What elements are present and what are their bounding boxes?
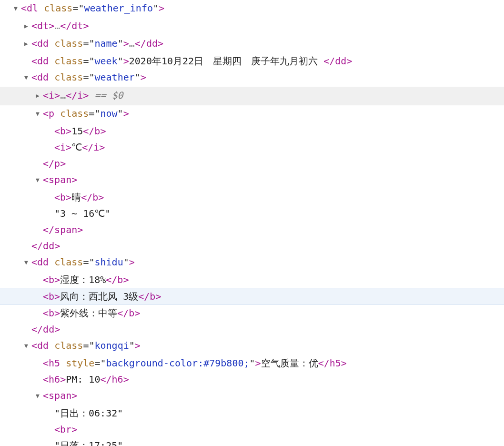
expand-toggle-icon[interactable] xyxy=(23,338,30,354)
expand-toggle-icon[interactable] xyxy=(34,106,41,122)
dom-close-dd-weather[interactable]: </dd> xyxy=(4,238,500,254)
dom-close-p[interactable]: </p> xyxy=(4,155,500,172)
expand-toggle-icon[interactable] xyxy=(23,70,30,86)
dom-node-dd-name[interactable]: <dd class="name">…</dd> xyxy=(4,35,500,53)
expand-toggle-icon[interactable] xyxy=(34,172,41,188)
dom-node-h6[interactable]: <h6>PM: 10</h6> xyxy=(4,371,500,387)
dom-node-dt[interactable]: <dt>…</dt> xyxy=(4,18,500,35)
dom-node-b-wind-selected[interactable]: <b>风向：西北风 3级</b> xyxy=(0,288,504,305)
dom-node-i-deg[interactable]: <i>℃</i> xyxy=(4,139,500,155)
expand-toggle-icon[interactable] xyxy=(34,88,41,104)
dollar0-marker: == $0 xyxy=(89,90,123,101)
expand-toggle-icon[interactable] xyxy=(23,18,30,34)
dom-node-dl[interactable]: <dl class="weather_info"> xyxy=(4,0,500,18)
dom-node-b-uv[interactable]: <b>紫外线：中等</b> xyxy=(4,305,500,321)
dom-node-selected[interactable]: <i>…</i> == $0 xyxy=(0,87,504,105)
dom-node-span-sun[interactable]: <span> xyxy=(4,387,500,405)
dom-node-dd-week[interactable]: <dd class="week">2020年10月22日 星期四 庚子年九月初六… xyxy=(4,53,500,69)
text-week: 2020年10月22日 星期四 庚子年九月初六 xyxy=(129,55,323,67)
expand-toggle-icon[interactable] xyxy=(34,388,41,404)
dom-node-b-humidity[interactable]: <b>湿度：18%</b> xyxy=(4,272,500,288)
dom-node-p-now[interactable]: <p class="now"> xyxy=(4,105,500,123)
expand-toggle-icon[interactable] xyxy=(23,36,30,52)
dom-node-b-qing[interactable]: <b>晴</b> xyxy=(4,189,500,205)
dom-node-h5[interactable]: <h5 style="background-color:#79b800;">空气… xyxy=(4,355,500,371)
dom-node-dd-shidu[interactable]: <dd class="shidu"> xyxy=(4,254,500,272)
dom-node-b-15[interactable]: <b>15</b> xyxy=(4,123,500,139)
dom-text-sunrise[interactable]: "日出：06:32" xyxy=(4,405,500,421)
dom-node-dd-weather[interactable]: <dd class="weather"> xyxy=(4,69,500,87)
expand-toggle-icon[interactable] xyxy=(12,0,19,17)
dom-text-sunset[interactable]: "日落：17:25" xyxy=(4,437,500,446)
dom-node-span-open[interactable]: <span> xyxy=(4,172,500,189)
dom-close-dd-shidu[interactable]: </dd> xyxy=(4,321,500,337)
dom-close-span[interactable]: </span> xyxy=(4,222,500,238)
expand-toggle-icon[interactable] xyxy=(23,254,30,271)
dom-text-range[interactable]: "3 ~ 16℃" xyxy=(4,205,500,222)
dom-node-dd-kongqi[interactable]: <dd class="kongqi"> xyxy=(4,337,500,355)
dom-node-br[interactable]: <br> xyxy=(4,421,500,437)
